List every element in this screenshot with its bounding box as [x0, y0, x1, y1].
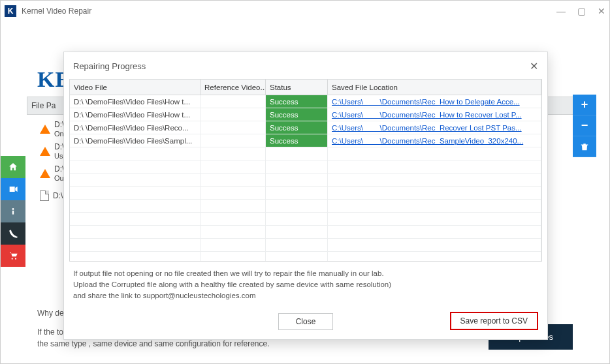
cell-ref [201, 95, 266, 108]
saved-location-link[interactable]: C:\Users\ \Documents\Rec_SampleVideo_320… [332, 137, 523, 145]
col-status[interactable]: Status [266, 80, 328, 95]
cell-location: C:\Users\ \Documents\Rec_Recover Lost PS… [328, 121, 541, 134]
window-controls: — ▢ ✕ [556, 6, 605, 16]
window-title: Kernel Video Repair [22, 7, 91, 16]
status-badge: Success [266, 121, 328, 134]
grid-header-row: Video File Reference Video... Status Sav… [70, 80, 541, 95]
col-video-file[interactable]: Video File [70, 80, 201, 95]
results-grid: Video File Reference Video... Status Sav… [69, 79, 542, 262]
cell-file: D:\ \DemoFiles\Video Files\How t... [70, 108, 201, 121]
cell-ref [201, 108, 266, 121]
table-row[interactable]: D:\ \DemoFiles\Video Files\How t...Succe… [70, 108, 541, 121]
app-icon: K [5, 5, 16, 17]
dialog-title: Repairing Progress [73, 61, 146, 71]
minimize-button[interactable]: — [556, 6, 566, 16]
cell-ref [201, 121, 266, 134]
cell-file: D:\ \DemoFiles\Video Files\Reco... [70, 121, 201, 134]
close-icon[interactable]: ✕ [530, 60, 538, 72]
maximize-button[interactable]: ▢ [577, 6, 586, 16]
col-saved-location[interactable]: Saved File Location [328, 80, 541, 95]
cell-location: C:\Users\ \Documents\Rec_How to Recover … [328, 108, 541, 121]
close-button[interactable]: Close [278, 313, 334, 330]
save-report-csv-button[interactable]: Save report to CSV [450, 312, 538, 330]
status-badge: Success [266, 95, 328, 108]
note-text: If output file not opening or no file cr… [64, 262, 547, 301]
modal-overlay: Repairing Progress ✕ Video File Referenc… [1, 22, 609, 364]
repairing-progress-dialog: Repairing Progress ✕ Video File Referenc… [63, 52, 548, 340]
table-row[interactable]: D:\ \DemoFiles\Video Files\How t...Succe… [70, 95, 541, 108]
cell-file: D:\ \DemoFiles\Video Files\Sampl... [70, 134, 201, 147]
saved-location-link[interactable]: C:\Users\ \Documents\Rec_How to Recover … [332, 111, 522, 119]
saved-location-link[interactable]: C:\Users\ \Documents\Rec_How to Delegate… [332, 98, 520, 106]
main-area: KE File Pa D:\On D:\Us D:\Ou D:\ + − Why… [1, 22, 609, 364]
close-window-button[interactable]: ✕ [598, 6, 605, 16]
status-badge: Success [266, 134, 328, 147]
saved-location-link[interactable]: C:\Users\ \Documents\Rec_Recover Lost PS… [332, 124, 522, 132]
col-reference-video[interactable]: Reference Video... [201, 80, 266, 95]
cell-location: C:\Users\ \Documents\Rec_SampleVideo_320… [328, 134, 541, 147]
cell-file: D:\ \DemoFiles\Video Files\How t... [70, 95, 201, 108]
titlebar: K Kernel Video Repair — ▢ ✕ [1, 1, 609, 22]
table-row[interactable]: D:\ \DemoFiles\Video Files\Sampl...Succe… [70, 134, 541, 147]
status-badge: Success [266, 108, 328, 121]
table-row[interactable]: D:\ \DemoFiles\Video Files\Reco...Succes… [70, 121, 541, 134]
cell-ref [201, 134, 266, 147]
cell-location: C:\Users\ \Documents\Rec_How to Delegate… [328, 95, 541, 108]
